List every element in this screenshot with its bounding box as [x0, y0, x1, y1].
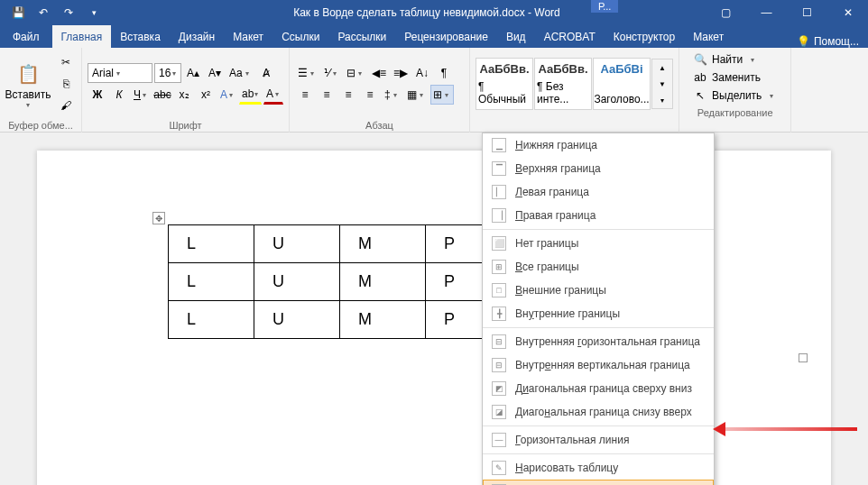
format-painter-button[interactable]: 🖌	[56, 96, 76, 115]
bold-button[interactable]: Ж	[88, 85, 107, 105]
italic-button[interactable]: К	[109, 85, 129, 105]
tab-design[interactable]: Дизайн	[170, 25, 224, 48]
superscript-button[interactable]: x²	[196, 85, 216, 105]
menu-separator	[483, 426, 714, 426]
paste-button[interactable]: 📋 Вставить ▾	[5, 56, 51, 113]
clear-formatting-button[interactable]: A̷	[256, 63, 276, 83]
styles-scroll-up[interactable]: ▲	[652, 59, 672, 76]
menu-item-border[interactable]: ╋Внутренние границы	[483, 302, 714, 325]
undo-button[interactable]: ↶	[32, 2, 54, 23]
styles-scroll-down[interactable]: ▼	[652, 76, 672, 92]
text-effects-button[interactable]: A▾	[217, 85, 237, 105]
borders-button[interactable]: ⊞▾	[430, 85, 454, 105]
table-cell[interactable]: U	[254, 225, 340, 263]
menu-item-border[interactable]: ⬜Нет границы	[483, 232, 714, 255]
select-button[interactable]: ↖Выделить▾	[692, 87, 778, 104]
menu-item-border[interactable]: ▔Верхняя граница	[483, 157, 714, 180]
increase-indent-button[interactable]: ≡▶	[391, 63, 411, 83]
grow-font-button[interactable]: A▴	[183, 63, 203, 83]
bullets-button[interactable]: ☰▾	[295, 63, 319, 83]
menu-item-border[interactable]: ◪Диагональная граница снизу вверх	[483, 400, 714, 424]
underline-button[interactable]: Ч▾	[131, 85, 151, 105]
subscript-button[interactable]: x₂	[174, 85, 194, 105]
tab-table-layout[interactable]: Макет	[684, 25, 733, 48]
justify-button[interactable]: ≡	[360, 85, 380, 105]
table-move-handle[interactable]: ✥	[152, 212, 165, 224]
menu-item-border[interactable]: ⊞Все границы	[483, 255, 714, 279]
tab-insert[interactable]: Вставка	[111, 25, 170, 48]
tab-acrobat[interactable]: ACROBAT	[535, 25, 605, 48]
menu-item-border[interactable]: ▕Правая граница	[483, 204, 714, 227]
menu-item-border[interactable]: ⊟Внутренняя горизонтальная граница	[483, 330, 714, 353]
menu-item-border[interactable]: ⊟Внутренняя вертикальная граница	[483, 353, 714, 377]
menu-item-border[interactable]: ▁Нижняя граница	[483, 133, 714, 157]
copy-button[interactable]: ⎘	[56, 74, 76, 94]
border-type-icon: ▔	[492, 161, 506, 176]
align-center-button[interactable]: ≡	[317, 85, 337, 105]
close-button[interactable]: ✕	[827, 0, 868, 25]
table-cell[interactable]: M	[340, 225, 426, 263]
cut-button[interactable]: ✂	[56, 52, 76, 72]
font-name-combo[interactable]: Arial▾	[88, 63, 152, 83]
tab-layout[interactable]: Макет	[224, 25, 272, 48]
font-color-button[interactable]: A▾	[263, 85, 283, 105]
group-styles: АаБбВв. ¶ Обычный АаБбВв. ¶ Без инте... …	[470, 48, 679, 133]
decrease-indent-button[interactable]: ◀≡	[369, 63, 389, 83]
change-case-button[interactable]: Aa▾	[226, 63, 254, 83]
align-right-button[interactable]: ≡	[338, 85, 358, 105]
tab-mailings[interactable]: Рассылки	[328, 25, 395, 48]
menu-item-label: Левая граница	[515, 186, 589, 198]
table-cell[interactable]: L	[169, 225, 254, 263]
redo-button[interactable]: ↷	[58, 2, 79, 23]
line-spacing-button[interactable]: ‡▾	[382, 85, 402, 105]
multilevel-list-button[interactable]: ⊟▾	[344, 63, 367, 83]
menu-separator	[483, 229, 714, 230]
maximize-button[interactable]: ☐	[787, 0, 827, 25]
table-resize-handle[interactable]	[799, 353, 808, 362]
ribbon-display-options[interactable]: ▢	[706, 0, 746, 25]
sort-button[interactable]: A↓	[412, 63, 432, 83]
style-no-spacing[interactable]: АаБбВв. ¶ Без инте...	[534, 58, 592, 110]
highlight-button[interactable]: ab▾	[239, 85, 262, 105]
menu-item-border[interactable]: ▦Отобразить сетку	[483, 480, 714, 485]
align-left-button[interactable]: ≡	[295, 85, 315, 105]
strikethrough-button[interactable]: abc	[152, 85, 172, 105]
shrink-font-button[interactable]: A▾	[205, 63, 225, 83]
table-cell[interactable]: M	[340, 263, 426, 301]
border-type-icon: ⊟	[492, 358, 506, 372]
style-normal[interactable]: АаБбВв. ¶ Обычный	[476, 58, 533, 110]
tab-table-design[interactable]: Конструктор	[605, 25, 684, 48]
tab-home[interactable]: Главная	[52, 25, 112, 48]
menu-item-border[interactable]: ◩Диагональная граница сверху вниз	[483, 377, 714, 400]
replace-button[interactable]: abЗаменить	[692, 69, 778, 86]
table-cell[interactable]: U	[254, 263, 340, 301]
tab-review[interactable]: Рецензирование	[395, 25, 497, 48]
tab-view[interactable]: Вид	[497, 25, 535, 48]
menu-item-label: Нижняя граница	[515, 139, 597, 151]
menu-item-border[interactable]: ✎Нарисовать таблицу	[483, 456, 714, 480]
shading-button[interactable]: ▦▾	[404, 85, 429, 105]
numbering-button[interactable]: ⅟▾	[321, 63, 342, 83]
save-button[interactable]: 💾	[7, 2, 29, 23]
tab-file[interactable]: Файл	[0, 25, 52, 48]
menu-item-border[interactable]: ▏Левая граница	[483, 180, 714, 204]
document-area: ✥ L U M P L U M P L U M P	[0, 133, 868, 485]
tab-references[interactable]: Ссылки	[272, 25, 328, 48]
styles-more[interactable]: ▾	[652, 92, 672, 108]
table-cell[interactable]: U	[254, 301, 340, 339]
find-button[interactable]: 🔍Найти▾	[692, 51, 778, 68]
window-controls: ▢ — ☐ ✕	[706, 0, 868, 25]
table-cell[interactable]: M	[340, 301, 426, 339]
show-marks-button[interactable]: ¶	[434, 63, 454, 83]
menu-item-border[interactable]: □Внешние границы	[483, 279, 714, 302]
table-cell[interactable]: L	[169, 301, 254, 339]
menu-item-border[interactable]: —Горизонтальная линия	[483, 428, 714, 452]
table-cell[interactable]: L	[169, 263, 254, 301]
border-type-icon: ⬜	[492, 236, 506, 251]
style-heading1[interactable]: АаБбВі Заголово...	[593, 58, 651, 110]
paste-icon: 📋	[14, 59, 42, 88]
minimize-button[interactable]: —	[746, 0, 787, 25]
font-size-combo[interactable]: 16▾	[154, 63, 181, 83]
qat-more-button[interactable]: ▾	[83, 2, 105, 23]
tell-me-text[interactable]: Помощ...	[814, 35, 859, 48]
